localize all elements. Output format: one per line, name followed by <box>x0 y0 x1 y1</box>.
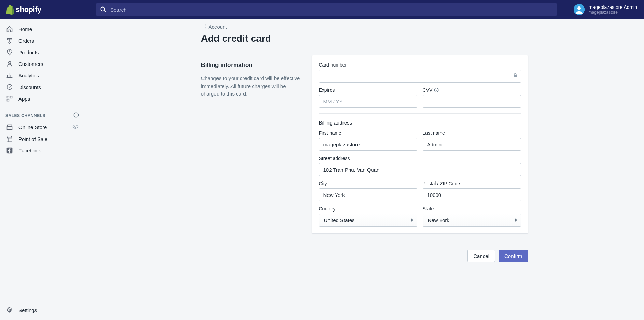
discounts-icon <box>6 84 13 90</box>
last-name-label: Last name <box>423 130 521 136</box>
search-box[interactable] <box>96 3 557 16</box>
first-name-label: First name <box>319 130 417 136</box>
channel-online-store[interactable]: Online Store <box>0 121 85 133</box>
products-icon <box>6 49 13 56</box>
lock-icon <box>513 73 518 79</box>
cvv-input[interactable] <box>423 95 521 108</box>
breadcrumb-label: Account <box>209 24 227 30</box>
nav-label: Apps <box>18 96 30 102</box>
street-label: Street address <box>319 156 521 161</box>
billing-address-heading: Billing address <box>319 120 521 126</box>
user-name: mageplazastore Admin <box>589 4 637 10</box>
analytics-icon <box>6 72 13 79</box>
city-input[interactable] <box>319 188 417 201</box>
section-desc: Changes to your credit card will be effe… <box>201 75 304 98</box>
svg-point-3 <box>577 6 581 10</box>
gear-icon <box>6 307 13 314</box>
nav-label: Discounts <box>18 84 41 90</box>
nav-settings[interactable]: Settings <box>0 304 85 316</box>
footer-actions: Cancel Confirm <box>312 243 528 262</box>
cvv-label-text: CVV <box>423 87 433 93</box>
cancel-button[interactable]: Cancel <box>467 250 495 262</box>
page-title: Add credit card <box>201 33 528 44</box>
expires-label: Expires <box>319 87 417 93</box>
avatar <box>574 4 585 15</box>
svg-point-13 <box>9 309 11 311</box>
sales-channels-header: SALES CHANNELS <box>0 108 85 121</box>
state-label: State <box>423 206 521 212</box>
store-icon <box>6 124 13 131</box>
channel-label: Point of Sale <box>18 136 47 142</box>
channel-label: Facebook <box>18 148 41 154</box>
home-icon <box>6 26 13 32</box>
country-select[interactable]: United States <box>319 214 417 227</box>
channel-point-of-sale[interactable]: Point of Sale <box>0 133 85 145</box>
street-input[interactable] <box>319 163 521 176</box>
pos-icon <box>6 135 13 142</box>
svg-point-11 <box>75 126 76 128</box>
country-label: Country <box>319 206 417 212</box>
svg-point-4 <box>9 50 10 52</box>
nav-label: Customers <box>18 61 43 67</box>
svg-line-1 <box>104 11 106 12</box>
postal-label: Postal / ZIP Code <box>423 181 521 186</box>
section-title: Billing information <box>201 62 304 69</box>
info-icon[interactable] <box>434 87 439 93</box>
last-name-input[interactable] <box>423 138 521 151</box>
section-intro: Billing information Changes to your cred… <box>201 55 304 262</box>
billing-card: Card number Expires <box>312 55 528 234</box>
state-select[interactable]: New York <box>423 214 521 227</box>
sidebar: Home Orders Products Customers Analytics… <box>0 19 85 320</box>
nav-label: Products <box>18 49 39 55</box>
main-content: 〈 Account Add credit card Billing inform… <box>85 19 644 320</box>
channel-facebook[interactable]: Facebook <box>0 145 85 156</box>
main-nav: Home Orders Products Customers Analytics… <box>0 19 85 108</box>
brand-name: shopify <box>16 5 41 14</box>
nav-analytics[interactable]: Analytics <box>0 70 85 81</box>
svg-point-5 <box>9 61 11 64</box>
user-info: mageplazastore Admin mageplazastore <box>589 4 637 15</box>
divider <box>319 113 521 114</box>
svg-rect-9 <box>7 99 9 101</box>
eye-icon[interactable] <box>72 123 79 131</box>
top-bar: shopify mageplazastore Admin mageplazast… <box>0 0 644 19</box>
city-label: City <box>319 181 417 186</box>
nav-discounts[interactable]: Discounts <box>0 81 85 93</box>
card-number-label: Card number <box>319 62 521 68</box>
add-channel-icon[interactable] <box>73 112 79 119</box>
svg-point-0 <box>101 7 105 11</box>
nav-products[interactable]: Products <box>0 46 85 58</box>
nav-customers[interactable]: Customers <box>0 58 85 70</box>
cvv-label: CVV <box>423 87 521 93</box>
user-menu[interactable]: mageplazastore Admin mageplazastore <box>568 0 644 19</box>
nav-label: Home <box>18 26 32 32</box>
shopify-logo[interactable]: shopify <box>5 4 41 15</box>
channel-label: Online Store <box>18 124 47 130</box>
nav-label: Orders <box>18 38 34 44</box>
nav-home[interactable]: Home <box>0 23 85 35</box>
card-number-input[interactable] <box>319 70 521 83</box>
shopify-bag-icon <box>5 4 14 15</box>
apps-icon <box>6 95 13 102</box>
nav-orders[interactable]: Orders <box>0 35 85 46</box>
svg-rect-7 <box>7 96 9 98</box>
confirm-button[interactable]: Confirm <box>499 250 528 262</box>
svg-rect-8 <box>10 96 12 98</box>
search-input[interactable] <box>110 7 553 13</box>
chevron-left-icon: 〈 <box>201 23 207 30</box>
expires-input[interactable] <box>319 95 417 108</box>
facebook-icon <box>6 147 13 154</box>
search-icon <box>100 6 107 13</box>
search-container <box>85 3 568 16</box>
first-name-input[interactable] <box>319 138 417 151</box>
orders-icon <box>6 37 13 44</box>
nav-label: Analytics <box>18 73 39 78</box>
sales-channels-label: SALES CHANNELS <box>5 113 45 118</box>
logo-section: shopify <box>0 4 85 15</box>
customers-icon <box>6 60 13 67</box>
nav-label: Settings <box>18 307 37 313</box>
user-store: mageplazastore <box>589 10 637 15</box>
postal-input[interactable] <box>423 188 521 201</box>
nav-apps[interactable]: Apps <box>0 93 85 104</box>
breadcrumb[interactable]: 〈 Account <box>201 23 528 30</box>
